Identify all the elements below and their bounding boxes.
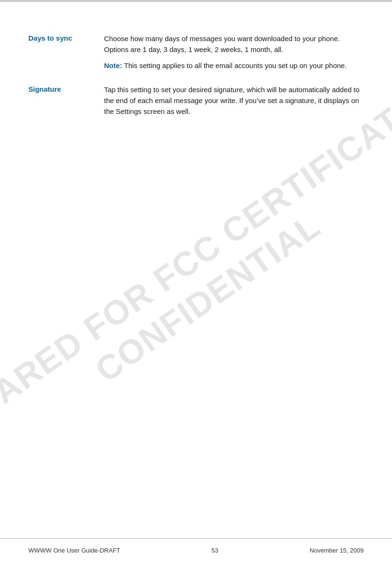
footer-left: WWWW One User Guide-DRAFT: [28, 547, 120, 554]
content-area: Days to sync Choose how many days of mes…: [28, 19, 364, 159]
days-to-sync-note: Note: This setting applies to all the em…: [104, 60, 364, 71]
days-to-sync-desc: Choose how many days of messages you wan…: [104, 33, 364, 71]
page-container: Days to sync Choose how many days of mes…: [0, 0, 392, 562]
top-border: [0, 0, 392, 2]
signature-row: Signature Tap this setting to set your d…: [28, 84, 364, 117]
signature-term: Signature: [28, 84, 104, 93]
note-label: Note:: [104, 61, 122, 69]
footer-right: November 15, 2009: [310, 547, 364, 554]
days-to-sync-row: Days to sync Choose how many days of mes…: [28, 33, 364, 71]
days-to-sync-term: Days to sync: [28, 33, 104, 42]
signature-desc: Tap this setting to set your desired sig…: [104, 84, 364, 117]
footer-page-number: 53: [211, 547, 218, 554]
days-to-sync-text: Choose how many days of messages you wan…: [104, 35, 340, 53]
footer: WWWW One User Guide-DRAFT 53 November 15…: [0, 538, 392, 562]
note-text: This setting applies to all the email ac…: [122, 61, 347, 69]
